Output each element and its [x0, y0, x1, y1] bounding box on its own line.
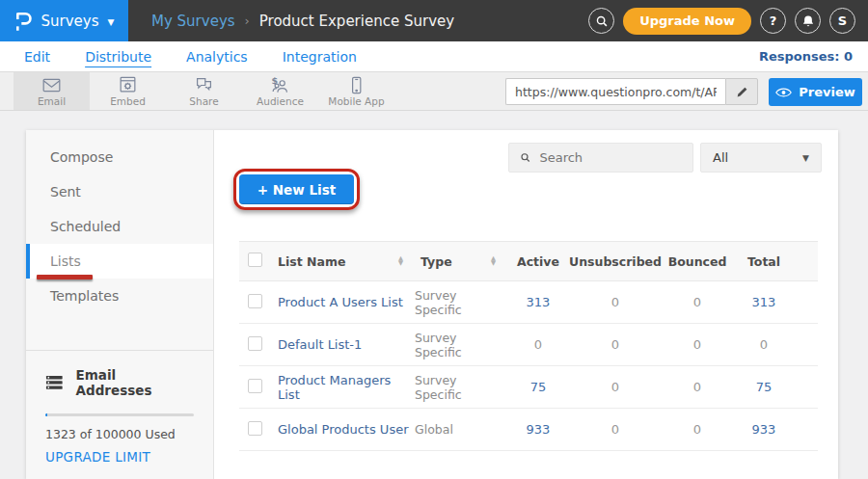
tab-analytics[interactable]: Analytics: [186, 49, 248, 65]
tab-edit[interactable]: Edit: [24, 49, 50, 65]
table-row: Default List-1 Survey Specific 0 0 0 0: [239, 324, 818, 366]
survey-url-input[interactable]: [505, 78, 725, 105]
chevron-down-icon: ▼: [108, 17, 115, 27]
new-list-button[interactable]: + New List: [239, 174, 354, 204]
list-filter-dropdown[interactable]: All ▼: [700, 143, 822, 173]
total-count[interactable]: 75: [733, 380, 795, 394]
search-button[interactable]: [588, 8, 614, 34]
sidebar-item-scheduled[interactable]: Scheduled: [26, 209, 213, 244]
sidebar-item-sent[interactable]: Sent: [26, 174, 213, 209]
toolbar-item-audience[interactable]: $ Audience: [242, 72, 318, 110]
app-window: Surveys ▼ My Surveys › Product Experienc…: [0, 0, 868, 479]
embed-icon: [118, 76, 138, 94]
column-list-name: List Name: [278, 254, 345, 269]
table-header-row: List Name ▲▼ Type ▲▼ Active Unsubscribed…: [239, 241, 818, 281]
pencil-icon: [736, 86, 748, 98]
upgrade-limit-link[interactable]: UPGRADE LIMIT: [45, 449, 150, 465]
search-input[interactable]: [539, 150, 682, 165]
red-annotation-ring: + New List: [233, 169, 360, 210]
unsubscribed-count: 0: [569, 422, 662, 437]
table-row: Product Managers List Survey Specific 75…: [239, 366, 818, 409]
email-addresses-section: Email Addresses 1323 of 100000 Used UPGR…: [26, 350, 213, 465]
avatar-initial: S: [838, 13, 847, 28]
search-icon: [520, 151, 530, 164]
sort-icon[interactable]: ▲▼: [398, 256, 403, 266]
toolbar-item-label: Audience: [257, 95, 304, 107]
top-header: Surveys ▼ My Surveys › Product Experienc…: [0, 0, 868, 41]
email-addresses-header: Email Addresses: [45, 367, 194, 398]
email-usage-progress: [45, 413, 194, 416]
address-list-icon: [45, 375, 64, 390]
column-bounced: Bounced: [662, 254, 733, 269]
toolbar-item-mobile-app[interactable]: Mobile App: [318, 72, 394, 110]
question-mark-icon: ?: [770, 13, 777, 28]
breadcrumb-my-surveys[interactable]: My Surveys: [151, 13, 235, 30]
tab-integration[interactable]: Integration: [283, 49, 357, 65]
select-all-checkbox[interactable]: [248, 253, 262, 267]
survey-tabs: Edit Distribute Analytics Integration Re…: [0, 41, 868, 71]
list-search-box: [508, 143, 693, 173]
bounced-count: 0: [662, 295, 733, 309]
email-usage-progress-fill: [45, 413, 47, 416]
preview-button[interactable]: Preview: [769, 78, 862, 106]
column-active: Active: [507, 254, 569, 269]
brand-label: Surveys: [41, 13, 99, 30]
list-name-link[interactable]: Global Products User: [272, 422, 415, 437]
mobile-app-icon: [346, 76, 366, 94]
list-type: Survey Specific: [415, 331, 507, 359]
column-unsubscribed: Unsubscribed: [569, 254, 662, 269]
toolbar-item-share[interactable]: Share: [166, 72, 242, 110]
tab-distribute[interactable]: Distribute: [85, 49, 151, 65]
share-icon: [194, 76, 214, 94]
column-type: Type: [420, 254, 452, 269]
questionpro-logo-icon: [14, 10, 33, 32]
active-count[interactable]: 313: [507, 295, 569, 309]
bell-icon: [801, 14, 815, 28]
sort-icon[interactable]: ▲▼: [491, 256, 496, 266]
column-total: Total: [733, 254, 795, 269]
active-count[interactable]: 75: [507, 380, 569, 394]
row-checkbox[interactable]: [248, 336, 262, 351]
unsubscribed-count: 0: [569, 337, 662, 352]
list-name-link[interactable]: Product A Users List: [272, 295, 415, 309]
distribute-toolbar: Email Embed Share $ Audience Mobile App …: [0, 71, 868, 111]
filter-selected-value: All: [713, 150, 728, 165]
table-row: Product A Users List Survey Specific 313…: [239, 281, 818, 324]
toolbar-item-label: Share: [189, 95, 218, 107]
toolbar-item-label: Mobile App: [328, 95, 384, 107]
edit-url-button[interactable]: [725, 78, 758, 105]
row-checkbox[interactable]: [248, 294, 262, 308]
search-icon: [595, 14, 609, 28]
row-checkbox[interactable]: [248, 421, 262, 436]
total-count[interactable]: 933: [733, 422, 795, 437]
breadcrumb: My Surveys › Product Experience Survey: [151, 13, 454, 30]
email-usage-text: 1323 of 100000 Used: [45, 427, 194, 441]
bounced-count: 0: [662, 422, 733, 437]
notifications-button[interactable]: [795, 8, 821, 34]
sidebar-item-compose[interactable]: Compose: [26, 140, 213, 174]
email-addresses-title: Email Addresses: [76, 367, 194, 398]
toolbar-item-embed[interactable]: Embed: [90, 72, 166, 110]
total-count[interactable]: 313: [733, 295, 795, 309]
help-button[interactable]: ?: [760, 8, 786, 34]
list-name-link[interactable]: Product Managers List: [272, 373, 415, 402]
list-type: Survey Specific: [415, 288, 507, 317]
list-name-link[interactable]: Default List-1: [272, 337, 415, 352]
eye-icon: [775, 88, 792, 97]
survey-url-group: [505, 78, 758, 105]
responses-count[interactable]: Responses: 0: [759, 49, 853, 64]
active-count[interactable]: 933: [507, 422, 569, 437]
account-avatar[interactable]: S: [829, 8, 855, 34]
toolbar-item-label: Embed: [110, 95, 146, 107]
audience-icon: $: [270, 76, 290, 94]
bounced-count: 0: [662, 380, 733, 394]
toolbar-item-email[interactable]: Email: [14, 72, 90, 110]
total-count: 0: [733, 337, 795, 352]
upgrade-now-button[interactable]: Upgrade Now: [623, 8, 751, 35]
sidebar-item-templates[interactable]: Templates: [26, 279, 213, 313]
unsubscribed-count: 0: [569, 380, 662, 394]
row-checkbox[interactable]: [248, 379, 262, 393]
product-switcher[interactable]: Surveys ▼: [0, 0, 128, 41]
sidebar-item-lists[interactable]: Lists: [26, 244, 213, 279]
header-actions: Upgrade Now ? S: [588, 8, 855, 35]
